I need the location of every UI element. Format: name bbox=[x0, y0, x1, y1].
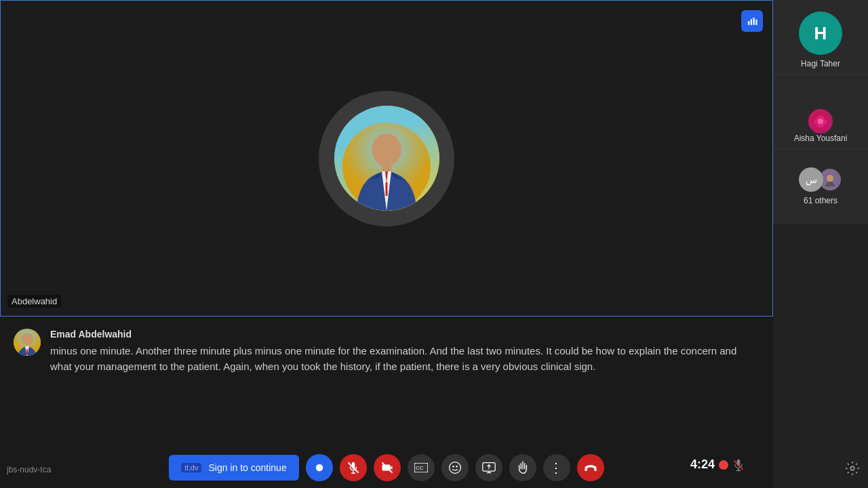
video-panel: Abdelwahid bbox=[0, 0, 773, 317]
svg-text:CC: CC bbox=[416, 465, 424, 471]
timer-time: 4:24 bbox=[690, 458, 715, 472]
sidebar-participant-aisha[interactable]: Aisha Yousfani bbox=[773, 75, 868, 149]
sign-in-label: Sign in to continue bbox=[208, 462, 286, 473]
toolbar: jbs-nudv-tca tl;dv Sign in to continue bbox=[0, 447, 773, 488]
participant-name-hagi: Hagi Taher bbox=[801, 59, 840, 68]
svg-rect-2 bbox=[753, 18, 755, 25]
join-code-label: jbs-nudv-tca bbox=[7, 465, 51, 474]
svg-point-20 bbox=[456, 466, 458, 468]
chat-area: Emad Abdelwahid minus one minute. Anothe… bbox=[0, 317, 773, 488]
others-panel[interactable]: س 61 others bbox=[773, 149, 868, 224]
recording-dot bbox=[719, 460, 728, 470]
participant-avatar-hagi: H bbox=[799, 12, 842, 55]
svg-rect-6 bbox=[382, 163, 391, 171]
svg-point-25 bbox=[585, 468, 587, 471]
speaker-avatar bbox=[334, 106, 439, 211]
msg-text: minus one minute. Another three minute p… bbox=[50, 343, 760, 375]
svg-rect-7 bbox=[386, 182, 388, 196]
participant-name-aisha: Aisha Yousfani bbox=[794, 134, 848, 143]
message-block: Emad Abdelwahid minus one minute. Anothe… bbox=[0, 317, 773, 382]
video-area: Abdelwahid bbox=[0, 0, 773, 488]
svg-point-18 bbox=[449, 462, 460, 474]
emoji-button[interactable] bbox=[441, 454, 469, 481]
msg-content: Emad Abdelwahid minus one minute. Anothe… bbox=[50, 329, 760, 375]
timer-badge: 4:24 bbox=[682, 453, 753, 476]
svg-point-37 bbox=[850, 466, 854, 470]
participant-avatar-aisha bbox=[808, 109, 833, 134]
svg-point-35 bbox=[818, 119, 823, 124]
svg-point-26 bbox=[594, 468, 597, 471]
end-call-button[interactable] bbox=[577, 454, 604, 481]
speaker-name-label: Abdelwahid bbox=[7, 295, 61, 308]
captions-button[interactable]: CC bbox=[408, 454, 435, 481]
tldv-tag: tl;dv bbox=[181, 463, 201, 472]
record-button[interactable] bbox=[306, 454, 333, 481]
svg-point-36 bbox=[827, 175, 833, 182]
arabic-avatar: س bbox=[799, 167, 823, 192]
svg-point-5 bbox=[372, 134, 401, 166]
svg-rect-0 bbox=[748, 21, 749, 25]
svg-rect-10 bbox=[26, 349, 28, 354]
sidebar: H Hagi Taher Aisha Yousfani س bbox=[773, 0, 868, 488]
main-layout: Abdelwahid bbox=[0, 0, 868, 488]
sign-in-button[interactable]: tl;dv Sign in to continue bbox=[169, 455, 298, 481]
svg-point-9 bbox=[21, 333, 33, 345]
more-icon: ⋮ bbox=[549, 460, 564, 476]
msg-sender: Emad Abdelwahid bbox=[50, 329, 760, 340]
mute-button[interactable] bbox=[340, 454, 367, 481]
svg-rect-3 bbox=[755, 20, 757, 25]
settings-icon[interactable] bbox=[844, 460, 861, 477]
speaker-circle-outer bbox=[319, 91, 454, 226]
svg-point-19 bbox=[452, 466, 454, 468]
msg-avatar bbox=[14, 329, 41, 356]
speaker-circle-inner bbox=[334, 106, 439, 211]
raise-hand-button[interactable] bbox=[509, 454, 536, 481]
screenshare-button[interactable] bbox=[475, 454, 502, 481]
others-avatars: س bbox=[799, 167, 842, 192]
svg-point-11 bbox=[315, 464, 323, 472]
mic-active-icon bbox=[741, 10, 763, 32]
camera-button[interactable] bbox=[374, 454, 401, 481]
svg-rect-1 bbox=[751, 19, 752, 25]
more-options-button[interactable]: ⋮ bbox=[543, 454, 570, 481]
others-count-label: 61 others bbox=[804, 196, 837, 205]
sidebar-participant-hagi[interactable]: H Hagi Taher bbox=[773, 0, 868, 75]
